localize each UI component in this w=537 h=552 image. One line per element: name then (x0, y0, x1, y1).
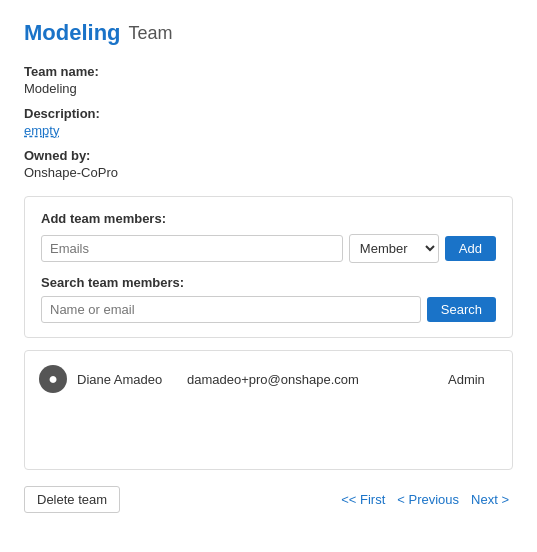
add-members-box: Add team members: Member Admin Add Searc… (24, 196, 513, 338)
emails-input[interactable] (41, 235, 343, 262)
page-title: Modeling (24, 20, 121, 46)
delete-team-button[interactable]: Delete team (24, 486, 120, 513)
search-button[interactable]: Search (427, 297, 496, 322)
members-list: ● Diane Amadeo damadeo+pro@onshape.com A… (24, 350, 513, 470)
team-name-group: Team name: Modeling (24, 64, 513, 96)
description-label: Description: (24, 106, 513, 121)
member-role: Admin (448, 372, 498, 387)
avatar: ● (39, 365, 67, 393)
pagination-first[interactable]: << First (337, 490, 389, 509)
member-email: damadeo+pro@onshape.com (187, 372, 438, 387)
page-header: Modeling Team (24, 20, 513, 46)
member-row: ● Diane Amadeo damadeo+pro@onshape.com A… (39, 361, 498, 397)
add-button[interactable]: Add (445, 236, 496, 261)
search-row: Search (41, 296, 496, 323)
owned-by-value: Onshape-CoPro (24, 165, 513, 180)
add-members-label: Add team members: (41, 211, 496, 226)
member-name: Diane Amadeo (77, 372, 177, 387)
description-value[interactable]: empty (24, 123, 513, 138)
page-subtitle: Team (129, 23, 173, 44)
search-input[interactable] (41, 296, 421, 323)
pagination-next[interactable]: Next > (467, 490, 513, 509)
avatar-icon: ● (48, 371, 58, 387)
add-row: Member Admin Add (41, 234, 496, 263)
description-group: Description: empty (24, 106, 513, 138)
pagination: << First < Previous Next > (337, 490, 513, 509)
owned-by-label: Owned by: (24, 148, 513, 163)
team-name-value: Modeling (24, 81, 513, 96)
pagination-previous[interactable]: < Previous (393, 490, 463, 509)
team-name-label: Team name: (24, 64, 513, 79)
role-select[interactable]: Member Admin (349, 234, 439, 263)
search-label: Search team members: (41, 275, 496, 290)
footer-row: Delete team << First < Previous Next > (24, 486, 513, 513)
owned-by-group: Owned by: Onshape-CoPro (24, 148, 513, 180)
